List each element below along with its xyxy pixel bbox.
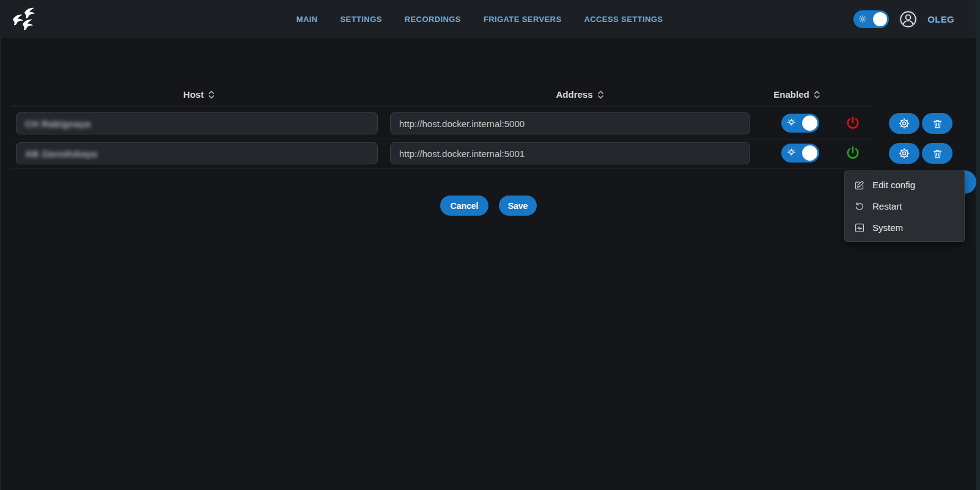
server-settings-button[interactable] — [889, 113, 919, 134]
navbar: MAIN SETTINGS RECORDINGS FRIGATE SERVERS… — [0, 0, 980, 38]
menu-item-restart[interactable]: Restart — [845, 196, 964, 217]
address-input[interactable] — [390, 142, 750, 164]
theme-toggle[interactable] — [853, 10, 889, 28]
menu-item-label: Edit config — [872, 180, 915, 190]
nav-settings[interactable]: SETTINGS — [341, 15, 382, 24]
sort-icon[interactable] — [597, 90, 605, 100]
sort-icon[interactable] — [208, 90, 215, 100]
nav-access-settings[interactable]: ACCESS SETTINGS — [584, 15, 663, 24]
delete-server-button[interactable] — [922, 143, 952, 164]
menu-item-label: Restart — [872, 201, 902, 211]
enabled-header-label: Enabled — [773, 89, 809, 100]
row-divider — [11, 169, 873, 169]
lightbulb-icon — [786, 148, 797, 158]
lightbulb-icon — [786, 118, 797, 128]
server-settings-button[interactable] — [889, 143, 919, 164]
row-divider — [11, 139, 873, 139]
user-avatar-icon[interactable] — [898, 9, 918, 29]
address-input[interactable] — [390, 112, 750, 134]
frigate-servers-page: Host Address Enabled CH Rabignaya — [0, 38, 980, 490]
pencil-square-icon — [855, 180, 864, 190]
server-context-menu: Edit config Restart System — [844, 170, 965, 242]
navbar-right: OLEG — [853, 0, 954, 38]
sort-icon[interactable] — [814, 90, 821, 100]
host-value-obscured: CH Rabignaya — [25, 119, 91, 129]
menu-item-label: System — [872, 222, 903, 233]
column-header-host[interactable]: Host — [183, 89, 215, 100]
app-logo-frigate-birds-icon[interactable] — [10, 5, 38, 33]
power-status-icon[interactable] — [845, 115, 861, 131]
save-button[interactable]: Save — [499, 196, 537, 216]
trash-icon — [932, 148, 943, 159]
enabled-toggle[interactable] — [781, 144, 819, 163]
host-input[interactable]: CH Rabignaya — [16, 112, 378, 134]
gear-icon — [898, 117, 910, 130]
nav-frigate-servers[interactable]: FRIGATE SERVERS — [484, 15, 562, 24]
enabled-toggle[interactable] — [781, 114, 819, 133]
column-header-address[interactable]: Address — [556, 89, 604, 100]
toggle-knob[interactable] — [802, 115, 817, 131]
nav-recordings[interactable]: RECORDINGS — [405, 15, 461, 24]
gear-icon — [898, 147, 910, 159]
power-status-icon[interactable] — [845, 145, 861, 161]
username[interactable]: OLEG — [927, 14, 954, 24]
scrollbar[interactable] — [976, 0, 980, 490]
cancel-button[interactable]: Cancel — [440, 196, 488, 216]
menu-item-system[interactable]: System — [845, 217, 964, 238]
theme-toggle-knob[interactable] — [873, 12, 887, 26]
trash-icon — [932, 118, 943, 130]
delete-server-button[interactable] — [922, 113, 952, 134]
sun-icon — [858, 15, 867, 23]
menu-item-edit-config[interactable]: Edit config — [845, 174, 964, 196]
nav-main[interactable]: MAIN — [297, 15, 318, 24]
toggle-knob[interactable] — [802, 145, 817, 161]
system-icon — [855, 223, 864, 233]
host-header-label: Host — [183, 89, 204, 100]
restart-icon — [855, 202, 864, 211]
column-header-enabled[interactable]: Enabled — [773, 89, 820, 100]
host-input[interactable]: AB Zavodskaya — [16, 142, 378, 164]
main-nav: MAIN SETTINGS RECORDINGS FRIGATE SERVERS… — [297, 15, 663, 24]
address-header-label: Address — [556, 89, 592, 100]
host-value-obscured: AB Zavodskaya — [25, 148, 97, 159]
header-divider — [11, 106, 873, 106]
